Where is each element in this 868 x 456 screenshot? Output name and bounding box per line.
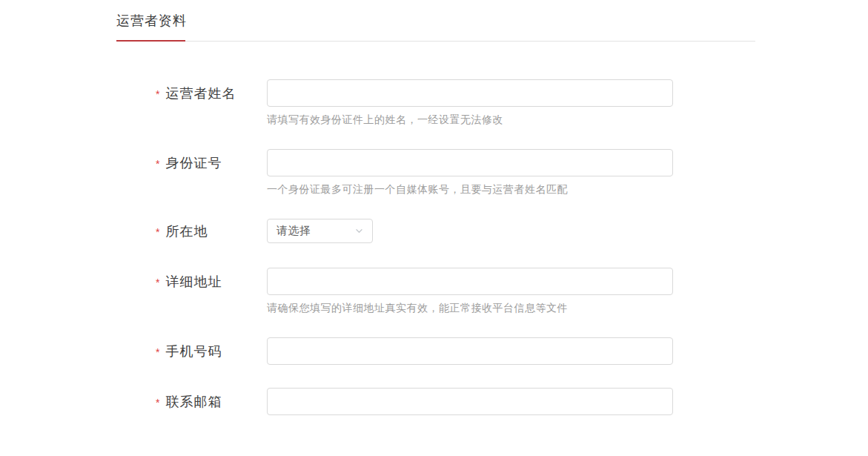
phone-number-input[interactable] [267, 337, 673, 365]
id-number-control: 一个身份证最多可注册一个自媒体账号，且要与运营者姓名匹配 [267, 149, 673, 196]
operator-name-label-group: * 运营者姓名 [156, 79, 267, 107]
title-accent-underline [116, 40, 185, 42]
required-asterisk: * [156, 275, 159, 288]
detailed-address-hint: 请确保您填写的详细地址真实有效，能正常接收平台信息等文件 [267, 302, 673, 314]
form-row-operator-name: * 运营者姓名 请填写有效身份证件上的姓名，一经设置无法修改 [156, 79, 673, 126]
contact-email-label: 联系邮箱 [165, 393, 222, 411]
phone-number-label-group: * 手机号码 [156, 337, 267, 365]
phone-number-label: 手机号码 [165, 343, 222, 360]
detailed-address-label: 详细地址 [165, 273, 222, 291]
required-asterisk: * [156, 87, 159, 99]
location-control: 请选择 [267, 219, 373, 243]
operator-name-control: 请填写有效身份证件上的姓名，一经设置无法修改 [267, 79, 673, 126]
detailed-address-input[interactable] [267, 268, 673, 295]
form-row-phone-number: * 手机号码 [156, 337, 673, 365]
form-row-detailed-address: * 详细地址 请确保您填写的详细地址真实有效，能正常接收平台信息等文件 [156, 268, 673, 314]
location-label-group: * 所在地 [156, 219, 267, 243]
contact-email-label-group: * 联系邮箱 [156, 388, 267, 415]
contact-email-input[interactable] [267, 388, 673, 415]
page-title: 运营者资料 [116, 13, 755, 29]
required-asterisk: * [156, 156, 159, 169]
id-number-label: 身份证号 [165, 154, 222, 172]
detailed-address-label-group: * 详细地址 [156, 268, 267, 295]
location-select[interactable]: 请选择 [267, 219, 373, 243]
header-divider [116, 41, 755, 42]
form-row-contact-email: * 联系邮箱 [156, 388, 673, 415]
required-asterisk: * [156, 225, 159, 237]
location-select-value: 请选择 [276, 224, 311, 238]
detailed-address-control: 请确保您填写的详细地址真实有效，能正常接收平台信息等文件 [267, 268, 673, 314]
required-asterisk: * [156, 395, 159, 408]
operator-name-hint: 请填写有效身份证件上的姓名，一经设置无法修改 [267, 113, 673, 126]
operator-name-label: 运营者姓名 [165, 85, 236, 102]
chevron-down-icon [354, 226, 364, 236]
form-row-location: * 所在地 请选择 [156, 219, 673, 243]
page-header: 运营者资料 [116, 13, 755, 42]
id-number-input[interactable] [267, 149, 673, 176]
contact-email-control [267, 388, 673, 415]
required-asterisk: * [156, 345, 159, 357]
operator-name-input[interactable] [267, 79, 673, 107]
operator-info-form: * 运营者姓名 请填写有效身份证件上的姓名，一经设置无法修改 * 身份证号 一个… [156, 79, 673, 415]
id-number-label-group: * 身份证号 [156, 149, 267, 176]
phone-number-control [267, 337, 673, 365]
location-label: 所在地 [165, 222, 208, 240]
id-number-hint: 一个身份证最多可注册一个自媒体账号，且要与运营者姓名匹配 [267, 183, 673, 196]
form-row-id-number: * 身份证号 一个身份证最多可注册一个自媒体账号，且要与运营者姓名匹配 [156, 149, 673, 196]
